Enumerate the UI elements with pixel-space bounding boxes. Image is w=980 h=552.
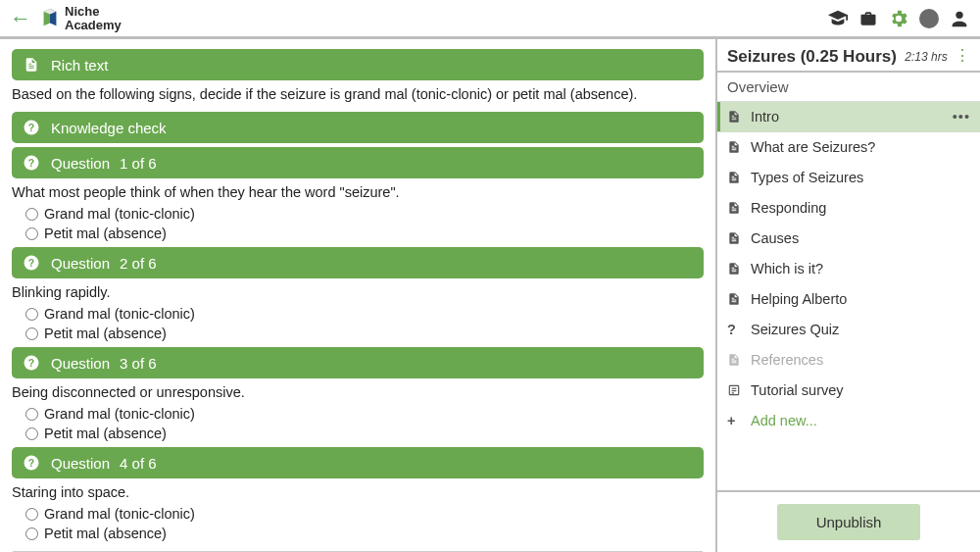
option-b[interactable]: Petit mal (absence) <box>25 324 704 343</box>
sidebar-item-seizures-quiz[interactable]: ?Seizures Quiz <box>717 315 980 345</box>
sidebar-overview[interactable]: Overview <box>717 73 980 102</box>
question-label: Question <box>51 355 110 372</box>
sidebar-item-responding[interactable]: Responding <box>717 193 980 224</box>
knowledge-check-label: Knowledge check <box>51 120 167 136</box>
option-label: Petit mal (absence) <box>44 326 167 341</box>
brand-line2: Academy <box>65 19 122 32</box>
question-prompt-4: Staring into space. <box>12 478 704 504</box>
question-options-3: Grand mal (tonic-clonic)Petit mal (absen… <box>12 404 704 443</box>
sidebar: Seizures (0.25 Hours) 2:13 hrs ⋮ Overvie… <box>715 39 980 552</box>
option-a[interactable]: Grand mal (tonic-clonic) <box>25 304 704 324</box>
option-b[interactable]: Petit mal (absence) <box>25 224 704 243</box>
brand-text: Niche Academy <box>65 5 122 31</box>
body: Rich textBased on the following signs, d… <box>0 39 980 552</box>
course-duration: 2:13 hrs <box>905 50 947 64</box>
option-a[interactable]: Grand mal (tonic-clonic) <box>25 204 704 224</box>
unpublish-button[interactable]: Unpublish <box>777 504 921 540</box>
question-header-2[interactable]: ?Question2 of 6 <box>12 247 704 278</box>
radio-input[interactable] <box>25 227 38 240</box>
question-circle-icon: ? <box>22 118 41 137</box>
question-header-1[interactable]: ?Question1 of 6 <box>12 147 704 178</box>
question-circle-icon: ? <box>22 253 41 273</box>
question-circle-icon: ? <box>22 453 41 473</box>
question-prompt-3: Being disconnected or unresponsive. <box>12 378 704 404</box>
option-label: Grand mal (tonic-clonic) <box>44 406 195 422</box>
radio-input[interactable] <box>25 427 38 440</box>
topbar-right <box>827 8 970 29</box>
back-arrow-icon[interactable]: ← <box>10 6 31 31</box>
question-header-4[interactable]: ?Question4 of 6 <box>12 447 704 478</box>
question-label: Question <box>51 455 110 472</box>
option-b[interactable]: Petit mal (absence) <box>25 424 704 443</box>
document-icon <box>727 110 741 124</box>
topbar-left: ← Niche Academy <box>10 5 122 31</box>
add-new-label: Add new... <box>751 413 817 428</box>
sidebar-item-label: References <box>751 352 823 368</box>
sidebar-list: Intro•••What are Seizures?Types of Seizu… <box>717 102 980 490</box>
option-a[interactable]: Grand mal (tonic-clonic) <box>25 404 704 424</box>
sidebar-item-label: Tutorial survey <box>751 382 844 398</box>
option-label: Grand mal (tonic-clonic) <box>44 306 195 322</box>
question-icon: ? <box>727 322 741 337</box>
status-dot-icon[interactable] <box>919 9 939 28</box>
sidebar-item-intro[interactable]: Intro••• <box>717 102 980 132</box>
svg-text:?: ? <box>28 357 34 369</box>
rich-text-block-header[interactable]: Rich text <box>12 49 704 80</box>
gear-icon[interactable] <box>888 8 909 29</box>
more-icon[interactable]: ••• <box>953 109 970 125</box>
sidebar-item-causes[interactable]: Causes <box>717 224 980 254</box>
option-b[interactable]: Petit mal (absence) <box>25 524 704 543</box>
sidebar-item-label: Responding <box>751 200 826 216</box>
brand-logo[interactable]: Niche Academy <box>39 5 122 31</box>
svg-text:?: ? <box>28 157 34 169</box>
brand-line1: Niche <box>65 5 122 19</box>
document-icon <box>727 292 741 306</box>
profile-icon[interactable] <box>949 8 970 29</box>
question-prompt-1: What most people think of when they hear… <box>12 178 704 204</box>
graduation-cap-icon[interactable] <box>827 8 849 29</box>
question-circle-icon: ? <box>22 353 41 373</box>
question-options-1: Grand mal (tonic-clonic)Petit mal (absen… <box>12 204 704 243</box>
option-label: Petit mal (absence) <box>44 226 167 241</box>
question-label: Question <box>51 155 110 172</box>
question-number: 4 of 6 <box>120 455 157 472</box>
question-circle-icon: ? <box>22 153 41 173</box>
knowledge-check-header[interactable]: ?Knowledge check <box>12 112 704 143</box>
radio-input[interactable] <box>25 327 38 340</box>
document-icon <box>727 353 741 367</box>
document-icon <box>22 55 41 75</box>
survey-icon <box>727 383 741 397</box>
radio-input[interactable] <box>25 208 38 221</box>
sidebar-item-references[interactable]: References <box>717 345 980 376</box>
option-label: Grand mal (tonic-clonic) <box>44 206 195 222</box>
sidebar-item-tutorial-survey[interactable]: Tutorial survey <box>717 376 980 406</box>
sidebar-item-label: Causes <box>751 230 799 246</box>
main-content: Rich textBased on the following signs, d… <box>0 39 715 552</box>
option-a[interactable]: Grand mal (tonic-clonic) <box>25 504 704 524</box>
sidebar-item-which-is-it-[interactable]: Which is it? <box>717 254 980 284</box>
document-icon <box>727 262 741 276</box>
sidebar-item-label: Intro <box>751 109 779 125</box>
svg-point-3 <box>956 11 962 18</box>
document-icon <box>727 140 741 154</box>
sidebar-item-helping-alberto[interactable]: Helping Alberto <box>717 284 980 315</box>
document-icon <box>727 231 741 245</box>
radio-input[interactable] <box>25 508 38 521</box>
sidebar-add-new[interactable]: +Add new... <box>717 406 980 436</box>
intro-text: Based on the following signs, decide if … <box>12 80 704 108</box>
radio-input[interactable] <box>25 527 38 540</box>
question-header-3[interactable]: ?Question3 of 6 <box>12 347 704 378</box>
sidebar-item-what-are-seizures-[interactable]: What are Seizures? <box>717 132 980 163</box>
question-prompt-2: Blinking rapidly. <box>12 278 704 304</box>
briefcase-icon[interactable] <box>858 9 878 28</box>
rich-text-label: Rich text <box>51 57 108 74</box>
radio-input[interactable] <box>25 308 38 321</box>
question-label: Question <box>51 255 110 272</box>
course-menu-icon[interactable]: ⋮ <box>955 47 970 64</box>
sidebar-item-label: Helping Alberto <box>751 291 847 307</box>
sidebar-item-label: What are Seizures? <box>751 139 875 155</box>
sidebar-item-types-of-seizures[interactable]: Types of Seizures <box>717 163 980 193</box>
radio-input[interactable] <box>25 408 38 421</box>
sidebar-footer: Unpublish <box>717 490 980 552</box>
option-label: Petit mal (absence) <box>44 426 167 441</box>
